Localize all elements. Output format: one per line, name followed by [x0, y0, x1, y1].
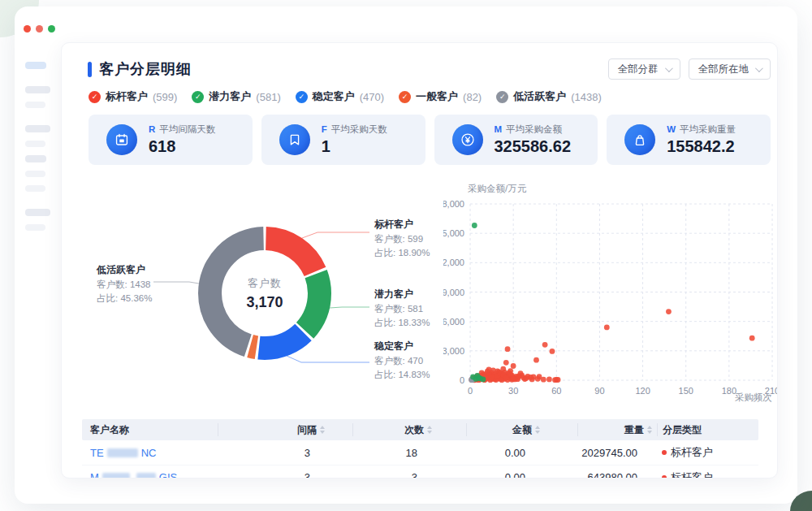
bag-icon [624, 124, 655, 155]
svg-text:6,000: 6,000 [443, 317, 464, 327]
sidebar-skeleton-bar [25, 185, 45, 192]
legend-item-low-activity[interactable]: 低活跃客户 (1438) [496, 89, 602, 104]
bookmark-icon [279, 124, 310, 155]
location-filter-dropdown[interactable]: 全部所在地 [689, 58, 771, 80]
stat-card-frequency: F 平均采购天数 1 [261, 115, 425, 165]
interval-cell: 3 [218, 447, 352, 459]
scatter-point[interactable] [604, 325, 610, 331]
stat-value: 1 [322, 137, 387, 156]
redacted-text [107, 448, 138, 457]
amount-cell: 0.00 [466, 471, 577, 479]
redacted-text [136, 473, 156, 479]
maximize-window-button[interactable] [48, 25, 55, 32]
sidebar-skeleton-bar [25, 62, 46, 69]
stat-cards-row: R 平均间隔天数 618 F 平均采购天数 1 [89, 115, 771, 165]
svg-text:0: 0 [468, 386, 473, 396]
column-header-interval[interactable]: 间隔 [218, 423, 352, 436]
page-title: 客户分层明细 [99, 59, 192, 79]
scatter-point[interactable] [535, 376, 541, 382]
svg-text:60: 60 [551, 386, 561, 396]
segment-dot-icon [662, 450, 667, 455]
scatter-point[interactable] [546, 377, 552, 383]
svg-text:3,000: 3,000 [443, 346, 464, 356]
svg-text:15,000: 15,000 [443, 228, 464, 238]
callout-low-activity: 低活跃客户 客户数: 1438 占比: 45.36% [97, 263, 152, 305]
sidebar-skeleton-bar [25, 102, 45, 108]
table-row: M GIS 3 3 0.00 643980.00 标杆客户 [82, 465, 758, 479]
scatter-point[interactable] [481, 377, 486, 383]
weight-cell: 2029745.00 [577, 447, 657, 459]
scatter-chart-block: 采购金额/万元 030609012015018021003,0006,0009,… [443, 183, 778, 422]
donut-chart[interactable] [196, 224, 334, 362]
sort-icon[interactable] [647, 426, 652, 434]
legend-item-stable[interactable]: 稳定客户 (470) [296, 89, 384, 104]
minimize-window-button[interactable] [36, 25, 43, 32]
scatter-point[interactable] [489, 375, 495, 380]
sidebar-skeleton-bar [25, 171, 45, 177]
scatter-point[interactable] [552, 377, 558, 383]
scatter-point[interactable] [472, 223, 477, 228]
scatter-point[interactable] [503, 360, 509, 366]
scatter-point[interactable] [505, 346, 511, 352]
legend-item-potential[interactable]: 潜力客户 (581) [192, 89, 280, 104]
times-cell: 3 [352, 471, 466, 479]
callout-potential: 潜力客户 客户数: 581 占比: 18.33% [374, 288, 430, 329]
scatter-point[interactable] [503, 375, 509, 380]
svg-text:0: 0 [460, 375, 464, 385]
callout-benchmark: 标杆客户 客户数: 599 占比: 18.90% [374, 218, 430, 259]
sort-icon[interactable] [535, 426, 540, 434]
sort-icon[interactable] [427, 426, 432, 434]
stat-card-recency: R 平均间隔天数 618 [89, 115, 253, 165]
column-header-amount[interactable]: 金额 [466, 423, 577, 436]
filter-group: 全部分群 全部所在地 [608, 58, 771, 80]
svg-text:30: 30 [508, 386, 518, 396]
customer-name-link[interactable]: M GIS [90, 471, 177, 479]
segment-filter-dropdown[interactable]: 全部分群 [608, 58, 680, 80]
panel-header: 客户分层明细 [88, 59, 192, 79]
donut-chart-block: 客户数 3,170 标杆客户 客户数: 599 占比: 18.90% 潜力客户 … [82, 193, 451, 437]
sidebar-skeleton-bar [25, 224, 45, 231]
column-header-times[interactable]: 次数 [352, 423, 466, 436]
scatter-y-axis-title: 采购金额/万元 [468, 183, 526, 195]
svg-text:12,000: 12,000 [443, 258, 464, 267]
customer-segmentation-panel: 客户分层明细 全部分群 全部所在地 标杆客户 (599) 潜力客户 (581) … [61, 42, 778, 479]
chevron-down-icon [664, 64, 672, 72]
weight-cell: 643980.00 [577, 471, 657, 479]
scatter-point[interactable] [511, 363, 516, 369]
column-header-weight[interactable]: 重量 [577, 423, 657, 436]
scatter-point[interactable] [749, 336, 755, 341]
amount-cell: 0.00 [466, 447, 577, 459]
scatter-plot[interactable]: 030609012015018021003,0006,0009,00012,00… [443, 194, 778, 399]
scatter-point[interactable] [529, 377, 535, 383]
chevron-down-icon [755, 64, 763, 72]
sort-icon[interactable] [320, 426, 325, 434]
sidebar-skeleton-bar [25, 141, 45, 147]
stat-value: 618 [149, 137, 215, 156]
scatter-point[interactable] [550, 349, 555, 354]
svg-text:18,000: 18,000 [443, 199, 464, 209]
check-circle-icon [496, 91, 508, 103]
scatter-point[interactable] [524, 375, 529, 381]
title-accent-bar [88, 62, 92, 77]
times-cell: 18 [352, 447, 466, 459]
window-controls [24, 25, 55, 32]
scatter-point[interactable] [533, 357, 539, 363]
scatter-x-axis-title: 采购频次 [723, 392, 772, 404]
sidebar-skeleton-bar [25, 155, 46, 162]
table-row: TE NC 3 18 0.00 2029745.00 标杆客户 [82, 440, 758, 465]
svg-text:90: 90 [594, 386, 604, 396]
scatter-point[interactable] [542, 342, 548, 348]
callout-stable: 稳定客户 客户数: 470 占比: 14.83% [374, 340, 430, 381]
segment-cell: 标杆客户 [657, 470, 758, 479]
legend-item-benchmark[interactable]: 标杆客户 (599) [89, 89, 177, 104]
stat-card-monetary: M 平均采购金额 325586.62 [434, 115, 598, 165]
stat-card-weight: W 平均采购重量 155842.2 [607, 115, 771, 165]
legend-item-general[interactable]: 一般客户 (82) [399, 89, 482, 104]
check-circle-icon [399, 91, 411, 103]
scatter-point[interactable] [541, 377, 546, 383]
close-window-button[interactable] [24, 25, 31, 32]
scatter-point[interactable] [508, 371, 513, 377]
sidebar-skeleton-bar [25, 209, 50, 216]
scatter-point[interactable] [666, 309, 672, 314]
customer-name-link[interactable]: TE NC [90, 447, 156, 459]
